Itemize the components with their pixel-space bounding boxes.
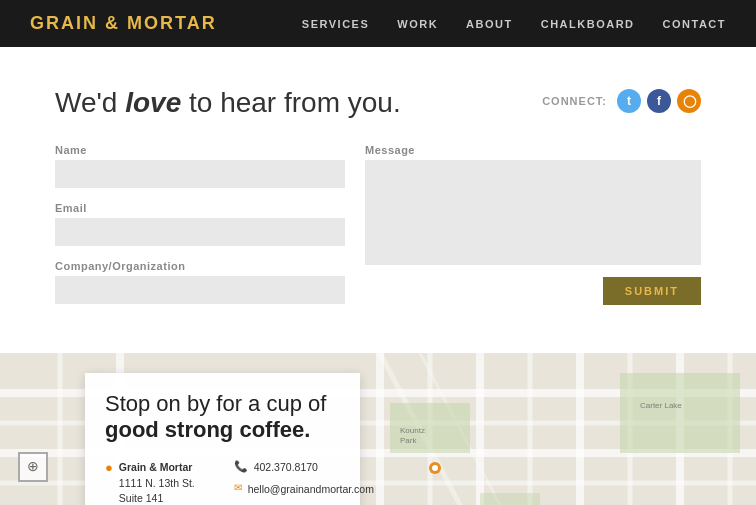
location-info-card: Stop on by for a cup of good strong coff…	[85, 373, 360, 505]
info-rows: ● Grain & Mortar 1111 N. 13th St. Suite …	[105, 460, 340, 505]
submit-row: SUBMIT	[365, 277, 701, 305]
name-input[interactable]	[55, 160, 345, 188]
logo-ampersand: &	[105, 13, 120, 33]
form-left-column: Name Email Company/Organization	[55, 144, 345, 318]
svg-rect-20	[620, 373, 740, 453]
connect-label: Connect:	[542, 95, 607, 107]
site-logo[interactable]: GRAIN & MORTAR	[30, 13, 217, 34]
company-input[interactable]	[55, 276, 345, 304]
nav-work[interactable]: WORK	[397, 18, 438, 30]
map-section: Kountz Park NORTHWEST COMMUNITY COLLEGE …	[0, 353, 756, 505]
phone-icon: 📞	[234, 460, 248, 473]
address-item: ● Grain & Mortar 1111 N. 13th St. Suite …	[105, 460, 219, 505]
name-field-group: Name	[55, 144, 345, 188]
address-text: Grain & Mortar 1111 N. 13th St. Suite 14…	[119, 460, 219, 505]
contact-column: 📞 402.370.8170 ✉ hello@grainandmortar.co…	[234, 460, 374, 505]
company-field-group: Company/Organization	[55, 260, 345, 304]
logo-text: GRAIN & MORTAR	[30, 13, 217, 33]
name-label: Name	[55, 144, 345, 156]
business-name: Grain & Mortar	[119, 461, 193, 473]
email-label: Email	[55, 202, 345, 214]
svg-rect-21	[480, 493, 540, 505]
address-line1: 1111 N. 13th St. Suite 141	[119, 477, 195, 505]
svg-text:Kountz: Kountz	[400, 426, 425, 435]
svg-text:Carter Lake: Carter Lake	[640, 401, 682, 410]
nav-arrows-icon: ⊕	[25, 459, 41, 475]
message-input[interactable]	[365, 160, 701, 265]
company-label: Company/Organization	[55, 260, 345, 272]
address-column: ● Grain & Mortar 1111 N. 13th St. Suite …	[105, 460, 219, 505]
nav-contact[interactable]: CONTACT	[663, 18, 726, 30]
svg-point-31	[432, 465, 438, 471]
email-item: ✉ hello@grainandmortar.com	[234, 482, 374, 498]
twitter-icon[interactable]: t	[617, 89, 641, 113]
email-icon: ✉	[234, 482, 242, 493]
facebook-icon[interactable]: f	[647, 89, 671, 113]
email-field-group: Email	[55, 202, 345, 246]
message-label: Message	[365, 144, 701, 156]
map-nav-control[interactable]: ⊕	[18, 452, 48, 482]
contact-form: Name Email Company/Organization Message …	[55, 144, 701, 318]
phone-item: 📞 402.370.8170	[234, 460, 374, 476]
social-connect-area: Connect: t f ◯	[542, 89, 701, 113]
location-pin-icon: ●	[105, 460, 113, 475]
map-tagline: Stop on by for a cup of good strong coff…	[105, 391, 340, 444]
rss-icon[interactable]: ◯	[677, 89, 701, 113]
main-nav: SERVICES WORK ABOUT CHALKBOARD CONTACT	[302, 18, 726, 30]
phone-text: 402.370.8170	[254, 460, 318, 476]
contact-section: We'd love to hear from you. Connect: t f…	[0, 47, 756, 353]
nav-about[interactable]: ABOUT	[466, 18, 513, 30]
email-input[interactable]	[55, 218, 345, 246]
svg-text:⊕: ⊕	[27, 459, 39, 474]
email-text: hello@grainandmortar.com	[248, 482, 374, 498]
svg-text:Park: Park	[400, 436, 417, 445]
site-header: GRAIN & MORTAR SERVICES WORK ABOUT CHALK…	[0, 0, 756, 47]
submit-button[interactable]: SUBMIT	[603, 277, 701, 305]
nav-chalkboard[interactable]: CHALKBOARD	[541, 18, 635, 30]
nav-services[interactable]: SERVICES	[302, 18, 369, 30]
map-tagline-bold: good strong coffee.	[105, 417, 310, 442]
form-right-column: Message SUBMIT	[365, 144, 701, 318]
